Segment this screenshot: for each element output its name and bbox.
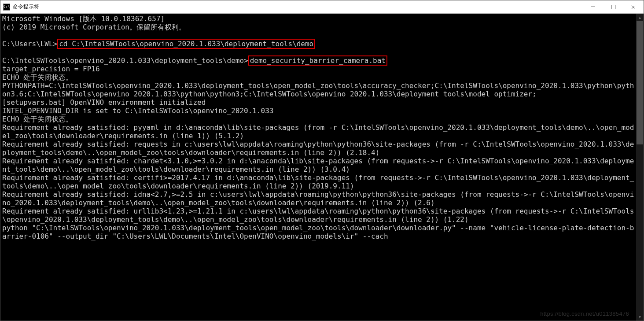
maximize-icon [611,5,615,9]
highlighted-cd-command: cd C:\IntelSWTools\openvino_2020.1.033\d… [57,39,315,49]
output-line: ECHO 处于关闭状态。 [2,115,73,123]
output-line: target_precision = FP16 [2,65,100,73]
output-line: Requirement already satisfied: requests … [2,140,634,157]
prompt-prefix: C:\IntelSWTools\openvino_2020.1.033\depl… [2,56,248,65]
prompt-prefix: C:\Users\LWL> [2,40,57,48]
svg-rect-1 [611,5,615,9]
header-line: (c) 2019 Microsoft Corporation。保留所有权利。 [2,23,186,31]
output-line: Requirement already satisfied: chardet<3… [2,157,634,173]
output-line: INTEL_OPENVINO_DIR is set to C:\IntelSWT… [2,107,274,115]
titlebar[interactable]: C:\ 命令提示符 [0,0,644,14]
output-line: [setupvars.bat] OpenVINO environment ini… [2,98,206,107]
highlighted-bat-command: demo_security_barrier_camera.bat [248,55,387,66]
scrollbar-thumb[interactable] [637,21,643,144]
window-title: 命令提示符 [13,3,583,11]
terminal-wrap: Microsoft Windows [版本 10.0.18362.657] (c… [0,14,644,321]
terminal-output[interactable]: Microsoft Windows [版本 10.0.18362.657] (c… [0,14,636,321]
svg-rect-0 [591,7,595,7]
output-line: Requirement already satisfied: pyyaml in… [2,123,634,140]
output-line: Requirement already satisfied: urllib3<1… [2,207,634,224]
minimize-icon [591,7,595,7]
minimize-button[interactable] [583,0,603,13]
scroll-up-arrow-icon[interactable]: ▲ [636,14,644,21]
maximize-button[interactable] [603,0,623,13]
watermark-text: https://blog.csdn.net/u011385476 [540,310,629,318]
close-button[interactable] [623,0,644,13]
scroll-down-arrow-icon[interactable]: ▼ [636,313,644,321]
cmd-window: C:\ 命令提示符 Microsoft Windows [版本 10.0.183… [0,0,644,321]
output-line: PYTHONPATH=C:\IntelSWTools\openvino_2020… [2,81,634,98]
header-line: Microsoft Windows [版本 10.0.18362.657] [2,15,165,23]
output-line: Requirement already satisfied: idna<2.7,… [2,190,634,207]
close-icon [631,5,636,9]
cmd-icon: C:\ [3,4,10,11]
vertical-scrollbar[interactable]: ▲ ▼ [636,14,644,321]
output-line: python "C:\IntelSWTools\openvino_2020.1.… [2,224,634,240]
window-controls [583,0,644,13]
output-line: Requirement already satisfied: certifi>=… [2,173,634,190]
output-line: ECHO 处于关闭状态。 [2,73,73,81]
